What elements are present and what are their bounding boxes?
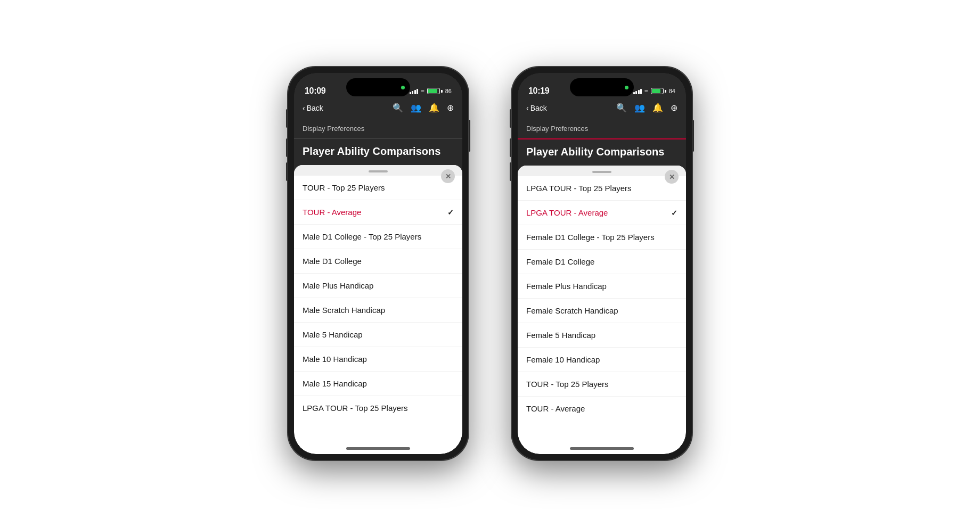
right-section-title: Player Ability Comparisons [526, 146, 664, 158]
right-nav-back[interactable]: ‹ Back [526, 104, 547, 112]
right-wifi-icon: ≈ [644, 87, 648, 95]
left-sheet-item-label-0: TOUR - Top 25 Players [303, 183, 385, 192]
right-sheet-item-8[interactable]: TOUR - Top 25 Players [518, 372, 686, 397]
left-sheet-item-label-1: TOUR - Average [303, 208, 361, 217]
left-sheet-handle [369, 170, 388, 172]
left-section-header: Player Ability Comparisons [294, 139, 462, 165]
left-sheet-item-6[interactable]: Male 5 Handicap [294, 323, 462, 347]
right-bell-icon[interactable]: 🔔 [652, 103, 663, 113]
left-section-title: Player Ability Comparisons [303, 145, 440, 157]
r-signal-bar-3 [638, 90, 640, 94]
right-island-dot [625, 86, 628, 89]
left-sheet-item-2[interactable]: Male D1 College - Top 25 Players [294, 225, 462, 249]
left-dynamic-island [346, 78, 410, 96]
signal-bar-4 [416, 89, 418, 94]
left-nav-back[interactable]: ‹ Back [303, 104, 323, 112]
signal-bar-1 [410, 92, 411, 94]
right-sheet-item-9[interactable]: TOUR - Average [518, 397, 686, 421]
left-sheet-item-label-9: LPGA TOUR - Top 25 Players [303, 404, 408, 413]
left-display-prefs-header: Display Preferences [294, 119, 462, 139]
right-dynamic-island [570, 78, 634, 96]
left-back-label: Back [307, 104, 323, 112]
left-sheet-item-4[interactable]: Male Plus Handicap [294, 274, 462, 298]
right-search-icon[interactable]: 🔍 [616, 103, 627, 113]
right-sheet-item-2[interactable]: Female D1 College - Top 25 Players [518, 225, 686, 250]
left-phone-inner: 10:09 ≈ [294, 73, 462, 454]
right-sheet-item-0[interactable]: LPGA TOUR - Top 25 Players [518, 176, 686, 201]
right-sheet-item-label-1: LPGA TOUR - Average [526, 208, 608, 217]
right-display-prefs-title: Display Preferences [526, 125, 588, 133]
left-battery-icon [427, 88, 443, 94]
right-sheet-item-label-8: TOUR - Top 25 Players [526, 380, 609, 389]
left-sheet-item-3[interactable]: Male D1 College [294, 249, 462, 274]
left-sheet-item-9[interactable]: LPGA TOUR - Top 25 Players [294, 396, 462, 420]
left-sheet-item-0[interactable]: TOUR - Top 25 Players [294, 176, 462, 200]
left-wifi-icon: ≈ [421, 87, 424, 95]
left-sheet-handle-area: ✕ [294, 165, 462, 176]
left-sheet-item-label-7: Male 10 Handicap [303, 355, 367, 364]
r-signal-bar-4 [640, 89, 642, 94]
right-phone-wrapper: 10:19 ≈ [511, 67, 692, 460]
left-status-bar: 10:09 ≈ [294, 73, 462, 102]
left-search-icon[interactable]: 🔍 [393, 103, 403, 113]
left-sheet-item-label-2: Male D1 College - Top 25 Players [303, 232, 421, 241]
left-status-time: 10:09 [305, 86, 325, 96]
right-back-chevron-icon: ‹ [526, 104, 529, 112]
left-bell-icon[interactable]: 🔔 [429, 103, 439, 113]
right-sheet-handle [592, 171, 611, 173]
right-sheet-item-6[interactable]: Female 5 Handicap [518, 323, 686, 348]
left-nav-icons: 🔍 👥 🔔 ⊕ [393, 103, 454, 113]
left-island-dot [401, 86, 405, 89]
left-sheet-close-button[interactable]: ✕ [441, 169, 455, 183]
left-phone-wrapper: 10:09 ≈ [288, 67, 469, 460]
right-status-icons: ≈ 84 [633, 87, 675, 95]
left-sheet-item-1[interactable]: TOUR - Average✓ [294, 200, 462, 225]
right-status-bar: 10:19 ≈ [518, 73, 686, 102]
right-plus-icon[interactable]: ⊕ [671, 103, 677, 113]
left-sheet-item-5[interactable]: Male Scratch Handicap [294, 298, 462, 323]
right-person-icon[interactable]: 👥 [634, 103, 645, 113]
left-display-prefs-title: Display Preferences [303, 125, 364, 133]
left-checkmark-1: ✓ [447, 208, 454, 217]
right-battery-fill [652, 89, 660, 93]
right-battery-pct: 84 [669, 88, 675, 94]
left-sheet-item-8[interactable]: Male 15 Handicap [294, 372, 462, 396]
right-home-indicator [570, 447, 634, 450]
right-section-header: Player Ability Comparisons [518, 139, 686, 166]
right-battery-icon [651, 88, 666, 94]
right-sheet-item-label-7: Female 10 Handicap [526, 355, 600, 364]
right-sheet-item-4[interactable]: Female Plus Handicap [518, 274, 686, 299]
right-sheet-item-label-4: Female Plus Handicap [526, 282, 607, 291]
left-phone: 10:09 ≈ [288, 67, 469, 460]
right-sheet-item-label-2: Female D1 College - Top 25 Players [526, 233, 655, 242]
left-battery-tip [441, 90, 443, 93]
right-nav-icons: 🔍 👥 🔔 ⊕ [616, 103, 677, 113]
left-person-icon[interactable]: 👥 [411, 103, 421, 113]
signal-bar-3 [414, 90, 416, 94]
left-sheet-item-7[interactable]: Male 10 Handicap [294, 347, 462, 372]
right-phone-inner: 10:19 ≈ [518, 73, 686, 454]
right-sheet-item-label-3: Female D1 College [526, 257, 594, 266]
left-plus-icon[interactable]: ⊕ [447, 103, 454, 113]
right-sheet-item-5[interactable]: Female Scratch Handicap [518, 299, 686, 323]
right-sheet-item-3[interactable]: Female D1 College [518, 250, 686, 274]
left-sheet-item-label-4: Male Plus Handicap [303, 281, 373, 290]
r-signal-bar-1 [633, 92, 635, 94]
right-checkmark-1: ✓ [671, 209, 677, 217]
right-battery-tip [665, 90, 666, 93]
right-sheet-list: LPGA TOUR - Top 25 PlayersLPGA TOUR - Av… [518, 176, 686, 454]
right-signal-bars [633, 88, 642, 94]
right-back-label: Back [530, 104, 547, 112]
signal-bar-2 [412, 91, 413, 94]
right-phone: 10:19 ≈ [511, 67, 692, 460]
left-sheet-list: TOUR - Top 25 PlayersTOUR - Average✓Male… [294, 176, 462, 454]
right-sheet-item-label-5: Female Scratch Handicap [526, 306, 618, 315]
left-status-icons: ≈ 86 [410, 87, 452, 95]
left-battery-body [427, 88, 440, 94]
right-sheet-item-7[interactable]: Female 10 Handicap [518, 348, 686, 372]
right-sheet-close-button[interactable]: ✕ [665, 170, 679, 184]
left-sheet-item-label-5: Male Scratch Handicap [303, 306, 385, 315]
right-sheet-item-1[interactable]: LPGA TOUR - Average✓ [518, 201, 686, 225]
left-sheet-item-label-3: Male D1 College [303, 257, 362, 266]
left-battery-fill [428, 89, 437, 93]
